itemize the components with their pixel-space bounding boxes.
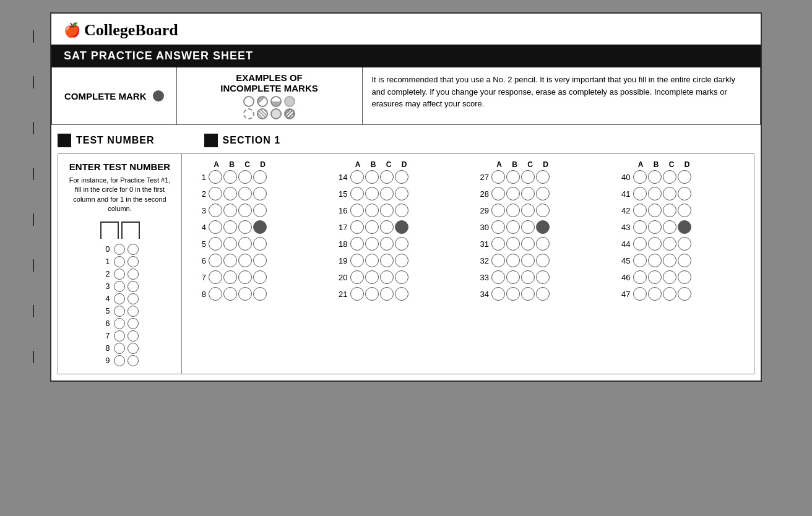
- answer-circle-5-b[interactable]: [223, 237, 237, 251]
- number-box-2[interactable]: [121, 221, 140, 239]
- answer-circle-17-c[interactable]: [380, 220, 394, 234]
- answer-circle-28-c[interactable]: [521, 187, 535, 200]
- answer-circle-29-a[interactable]: [491, 204, 505, 217]
- answer-circle-41-a[interactable]: [633, 187, 647, 200]
- digit-circle-6-1[interactable]: [114, 318, 125, 329]
- answer-circle-44-d[interactable]: [678, 237, 691, 251]
- digit-circle-2-1[interactable]: [114, 269, 125, 280]
- answer-circle-47-d[interactable]: [678, 287, 691, 301]
- answer-circle-19-a[interactable]: [350, 254, 364, 267]
- answer-circle-30-a[interactable]: [491, 220, 505, 234]
- answer-circle-19-b[interactable]: [365, 254, 379, 267]
- digit-circle-1-1[interactable]: [114, 256, 125, 267]
- answer-circle-41-d[interactable]: [678, 187, 691, 200]
- answer-circle-15-c[interactable]: [380, 187, 394, 200]
- answer-circle-28-d[interactable]: [536, 187, 550, 200]
- answer-circle-34-b[interactable]: [506, 287, 520, 301]
- answer-circle-6-a[interactable]: [209, 254, 222, 267]
- answer-circle-16-c[interactable]: [380, 204, 394, 217]
- answer-circle-31-d[interactable]: [536, 237, 550, 251]
- answer-circle-8-a[interactable]: [209, 287, 222, 301]
- answer-circle-8-c[interactable]: [238, 287, 252, 301]
- answer-circle-45-d[interactable]: [678, 254, 691, 267]
- answer-circle-2-b[interactable]: [223, 187, 237, 200]
- answer-circle-31-b[interactable]: [506, 237, 520, 251]
- digit-circle-8-2[interactable]: [127, 343, 139, 354]
- answer-circle-4-a[interactable]: [209, 220, 222, 234]
- digit-circle-9-2[interactable]: [127, 355, 139, 366]
- answer-circle-21-b[interactable]: [365, 287, 379, 301]
- digit-circle-0-2[interactable]: [127, 244, 139, 255]
- answer-circle-18-b[interactable]: [365, 237, 379, 251]
- digit-circle-3-1[interactable]: [114, 281, 125, 292]
- answer-circle-4-d[interactable]: [253, 220, 267, 234]
- answer-circle-18-c[interactable]: [380, 237, 394, 251]
- answer-circle-1-c[interactable]: [238, 170, 252, 184]
- answer-circle-20-c[interactable]: [380, 270, 394, 284]
- answer-circle-7-c[interactable]: [238, 270, 252, 284]
- answer-circle-20-b[interactable]: [365, 270, 379, 284]
- answer-circle-40-c[interactable]: [663, 170, 676, 184]
- answer-circle-40-a[interactable]: [633, 170, 647, 184]
- answer-circle-1-b[interactable]: [223, 170, 237, 184]
- answer-circle-16-d[interactable]: [395, 204, 408, 217]
- answer-circle-33-a[interactable]: [491, 270, 505, 284]
- answer-circle-32-b[interactable]: [506, 254, 520, 267]
- digit-circle-6-2[interactable]: [127, 318, 139, 329]
- answer-circle-4-b[interactable]: [223, 220, 237, 234]
- answer-circle-2-d[interactable]: [253, 187, 267, 200]
- answer-circle-8-d[interactable]: [253, 287, 267, 301]
- answer-circle-31-a[interactable]: [491, 237, 505, 251]
- answer-circle-3-c[interactable]: [238, 204, 252, 217]
- answer-circle-21-c[interactable]: [380, 287, 394, 301]
- answer-circle-30-b[interactable]: [506, 220, 520, 234]
- answer-circle-33-d[interactable]: [536, 270, 550, 284]
- answer-circle-27-b[interactable]: [506, 170, 520, 184]
- answer-circle-44-c[interactable]: [663, 237, 676, 251]
- answer-circle-30-c[interactable]: [521, 220, 535, 234]
- digit-circle-1-2[interactable]: [127, 256, 139, 267]
- answer-circle-17-b[interactable]: [365, 220, 379, 234]
- digit-circle-9-1[interactable]: [114, 355, 125, 366]
- answer-circle-27-d[interactable]: [536, 170, 550, 184]
- answer-circle-5-a[interactable]: [209, 237, 222, 251]
- answer-circle-16-b[interactable]: [365, 204, 379, 217]
- answer-circle-3-a[interactable]: [209, 204, 222, 217]
- answer-circle-1-d[interactable]: [253, 170, 267, 184]
- answer-circle-47-c[interactable]: [663, 287, 676, 301]
- answer-circle-44-b[interactable]: [648, 237, 662, 251]
- answer-circle-1-a[interactable]: [209, 170, 222, 184]
- answer-circle-20-a[interactable]: [350, 270, 364, 284]
- answer-circle-3-d[interactable]: [253, 204, 267, 217]
- answer-circle-27-a[interactable]: [491, 170, 505, 184]
- answer-circle-5-c[interactable]: [238, 237, 252, 251]
- answer-circle-32-c[interactable]: [521, 254, 535, 267]
- answer-circle-43-d[interactable]: [678, 220, 691, 234]
- digit-circle-0-1[interactable]: [114, 244, 125, 255]
- answer-circle-18-a[interactable]: [350, 237, 364, 251]
- answer-circle-15-d[interactable]: [395, 187, 408, 200]
- answer-circle-17-d[interactable]: [395, 220, 408, 234]
- answer-circle-34-d[interactable]: [536, 287, 550, 301]
- answer-circle-6-b[interactable]: [223, 254, 237, 267]
- answer-circle-17-a[interactable]: [350, 220, 364, 234]
- number-box-1[interactable]: [100, 221, 119, 239]
- answer-circle-42-b[interactable]: [648, 204, 662, 217]
- digit-circle-4-2[interactable]: [127, 293, 139, 304]
- answer-circle-34-a[interactable]: [491, 287, 505, 301]
- answer-circle-34-c[interactable]: [521, 287, 535, 301]
- answer-circle-40-b[interactable]: [648, 170, 662, 184]
- answer-circle-19-c[interactable]: [380, 254, 394, 267]
- answer-circle-33-c[interactable]: [521, 270, 535, 284]
- answer-circle-7-a[interactable]: [209, 270, 222, 284]
- answer-circle-41-b[interactable]: [648, 187, 662, 200]
- answer-circle-46-c[interactable]: [663, 270, 676, 284]
- answer-circle-5-d[interactable]: [253, 237, 267, 251]
- answer-circle-43-c[interactable]: [663, 220, 676, 234]
- answer-circle-43-a[interactable]: [633, 220, 647, 234]
- answer-circle-29-d[interactable]: [536, 204, 550, 217]
- answer-circle-2-c[interactable]: [238, 187, 252, 200]
- answer-circle-30-d[interactable]: [536, 220, 550, 234]
- answer-circle-43-b[interactable]: [648, 220, 662, 234]
- answer-circle-16-a[interactable]: [350, 204, 364, 217]
